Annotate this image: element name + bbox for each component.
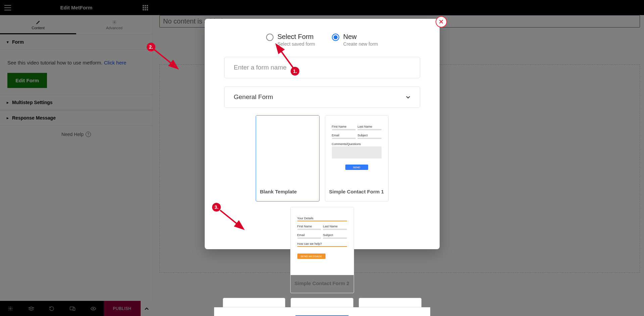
annotation-marker-2: 2. — [147, 43, 155, 51]
template-stub[interactable] — [223, 298, 286, 307]
form-name-input[interactable] — [224, 57, 420, 78]
template-preview-contact2: Your Details First Name Last Name Email … — [291, 207, 354, 275]
templates-list: Blank Template First Name Last Name Emai… — [214, 115, 430, 293]
template-contact-1[interactable]: First Name Last Name Email Subject Comme… — [325, 115, 389, 201]
radio-circle-selected-icon — [332, 34, 339, 41]
radio-circle-icon — [266, 34, 274, 41]
template-contact-2[interactable]: Your Details First Name Last Name Email … — [290, 207, 354, 293]
radio-new-form[interactable]: New Create new form — [332, 33, 378, 47]
templates-list-row-2 — [214, 293, 430, 307]
new-form-modal: ✕ Select Form Select saved form New Crea… — [205, 19, 440, 249]
annotation-marker-1: 1. — [291, 67, 299, 76]
template-stub[interactable] — [291, 298, 353, 307]
modal-footer: Edit form — [214, 307, 430, 316]
annotation-marker-3: 3. — [212, 203, 221, 212]
chevron-down-icon — [406, 93, 410, 101]
template-blank[interactable]: Blank Template — [256, 115, 319, 201]
template-preview-contact1: First Name Last Name Email Subject Comme… — [325, 116, 388, 183]
form-mode-radios: Select Form Select saved form New Create… — [214, 33, 430, 47]
template-stub[interactable] — [359, 298, 422, 307]
close-icon[interactable]: ✕ — [436, 16, 447, 28]
form-type-dropdown[interactable]: General Form — [224, 86, 420, 108]
template-preview-blank — [256, 116, 319, 183]
radio-select-form[interactable]: Select Form Select saved form — [266, 33, 315, 47]
